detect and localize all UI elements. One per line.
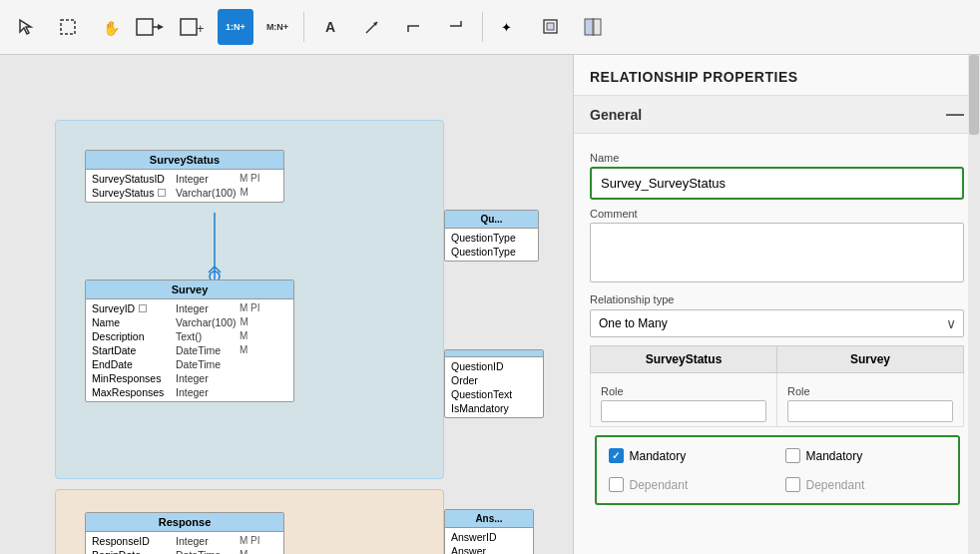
mandatory-dependant-grid: Mandatory Mandatory [595, 435, 960, 505]
dependant2-label: Dependant [806, 478, 865, 492]
svg-rect-2 [137, 19, 153, 35]
svg-rect-0 [61, 20, 75, 34]
mandatory-row: Mandatory Mandatory [601, 441, 954, 470]
panel-title: RELATIONSHIP PROPERTIES [574, 55, 980, 95]
table-row: SurveyStatusID Integer M PI [90, 172, 279, 186]
mandatory1-cell: Mandatory [601, 441, 777, 470]
select-tool[interactable] [8, 9, 44, 45]
role1-input[interactable] [601, 400, 766, 422]
dependant2-row: Dependant [783, 473, 948, 496]
toolbar: ✋ + 1:N+ M:N+ A ✦ [0, 0, 980, 55]
one-to-many-label: 1:N+ [226, 23, 245, 32]
canvas[interactable]: SurveyStatus SurveyStatusID Integer M PI… [0, 55, 573, 554]
dependant2-cell: Dependant [777, 470, 954, 499]
answer-partial-table[interactable]: Ans... AnswerID Answer [444, 509, 534, 554]
col-header-surveystatus: SurveyStatus [591, 346, 777, 373]
mandatory1-row: Mandatory [607, 444, 771, 467]
crop-tool[interactable] [533, 9, 569, 45]
hand-tool[interactable]: ✋ [92, 9, 128, 45]
question2-partial-body: QuestionID Order QuestionText IsMandator… [445, 357, 543, 417]
table-row: StartDate DateTime M [90, 343, 289, 357]
table-row: Order [449, 373, 539, 387]
dependant1-checkbox[interactable] [609, 477, 624, 492]
many-to-many-tool[interactable]: M:N+ [259, 9, 295, 45]
svg-text:✦: ✦ [501, 20, 512, 35]
table-row: EndDate DateTime [90, 357, 289, 371]
survey-body: SurveyID Integer M PI Name Varchar(100) … [86, 299, 293, 401]
entity-columns-table: SurveyStatus Survey Role Role [590, 345, 964, 509]
label-tool[interactable]: A [312, 9, 348, 45]
fk-indicator [158, 189, 166, 197]
svg-marker-4 [158, 24, 164, 30]
name-label: Name [590, 152, 964, 164]
mandatory-dependant-row: Mandatory Mandatory [591, 427, 964, 510]
table-row: MinResponses Integer [90, 371, 289, 385]
mandatory1-checkbox[interactable] [609, 448, 624, 463]
move-tool[interactable]: ✦ [491, 9, 527, 45]
general-section-body: Name Comment Relationship type One to Ma… [574, 144, 980, 521]
comment-label: Comment [590, 208, 964, 220]
table-row: QuestionText [449, 387, 539, 401]
comment-textarea[interactable] [590, 223, 964, 282]
svg-text:✋: ✋ [103, 20, 119, 36]
general-section-header: General — [574, 95, 980, 134]
table-row: BeginDate DateTime M [90, 548, 279, 554]
marquee-tool[interactable] [50, 9, 86, 45]
svg-rect-11 [547, 23, 554, 30]
collapse-button[interactable]: — [946, 104, 964, 125]
label-tool-text: A [325, 19, 335, 35]
response-table[interactable]: Response ResponseID Integer M PI BeginDa… [85, 512, 284, 554]
general-section-label: General [590, 107, 642, 123]
right-panel: RELATIONSHIP PROPERTIES General — Name C… [573, 55, 980, 554]
fk-indicator [139, 304, 147, 312]
dependant-row: Dependant Dependant [601, 470, 954, 499]
table-row: IsMandatory [449, 401, 539, 415]
relationship-type-select[interactable]: One to Many Many to Many One to One [590, 309, 964, 337]
question2-partial-table[interactable]: QuestionID Order QuestionText IsMandator… [444, 349, 544, 418]
dependant1-cell: Dependant [601, 470, 777, 499]
table-row: Description Text() M [90, 329, 289, 343]
table-row: MaxResponses Integer [90, 385, 289, 399]
response-header: Response [86, 513, 283, 532]
question-partial-table[interactable]: Qu... QuestionType QuestionType [444, 210, 539, 262]
separator2 [482, 12, 483, 42]
one-to-many-tool[interactable]: 1:N+ [218, 9, 253, 45]
table-row: ResponseID Integer M PI [90, 534, 279, 548]
col-header-survey: Survey [777, 346, 964, 373]
scrollbar-thumb[interactable] [969, 55, 979, 135]
dependant1-label: Dependant [630, 478, 689, 492]
answer-partial-body: AnswerID Answer [445, 528, 533, 554]
table-row: SurveyStatus Varchar(100) M [90, 186, 279, 200]
table-row: SurveyID Integer M PI [90, 301, 289, 315]
add-entity2-tool[interactable]: + [176, 9, 212, 45]
line-tool[interactable] [396, 9, 432, 45]
dependant2-checkbox[interactable] [785, 477, 800, 492]
svg-rect-13 [593, 19, 601, 35]
mandatory2-label: Mandatory [806, 449, 863, 463]
many-to-many-label: M:N+ [266, 23, 288, 32]
survey-status-table[interactable]: SurveyStatus SurveyStatusID Integer M PI… [85, 150, 284, 203]
question-partial-header: Qu... [445, 211, 538, 229]
relationship-type-wrapper: One to Many Many to Many One to One ∨ [590, 309, 964, 337]
table-row: Name Varchar(100) M [90, 315, 289, 329]
connector-tool[interactable] [354, 9, 390, 45]
role2-input[interactable] [787, 400, 953, 422]
name-input[interactable] [594, 171, 960, 196]
mandatory1-label: Mandatory [630, 449, 687, 463]
table-row: QuestionType [449, 245, 534, 259]
table-row: AnswerID [449, 530, 529, 544]
question2-partial-header [445, 350, 543, 357]
table-row: Answer [449, 544, 529, 554]
shape-tool[interactable] [575, 9, 611, 45]
role1-label: Role [601, 385, 766, 397]
scrollbar-track [968, 55, 980, 554]
line2-tool[interactable] [438, 9, 474, 45]
response-body: ResponseID Integer M PI BeginDate DateTi… [86, 532, 283, 554]
table-row: QuestionType [449, 231, 534, 245]
main-area: SurveyStatus SurveyStatusID Integer M PI… [0, 55, 980, 554]
survey-table[interactable]: Survey SurveyID Integer M PI Name Varcha… [85, 279, 294, 402]
table-row: QuestionID [449, 359, 539, 373]
add-entity-tool[interactable] [134, 9, 170, 45]
mandatory2-checkbox[interactable] [785, 448, 800, 463]
survey-status-body: SurveyStatusID Integer M PI SurveyStatus… [86, 170, 283, 202]
